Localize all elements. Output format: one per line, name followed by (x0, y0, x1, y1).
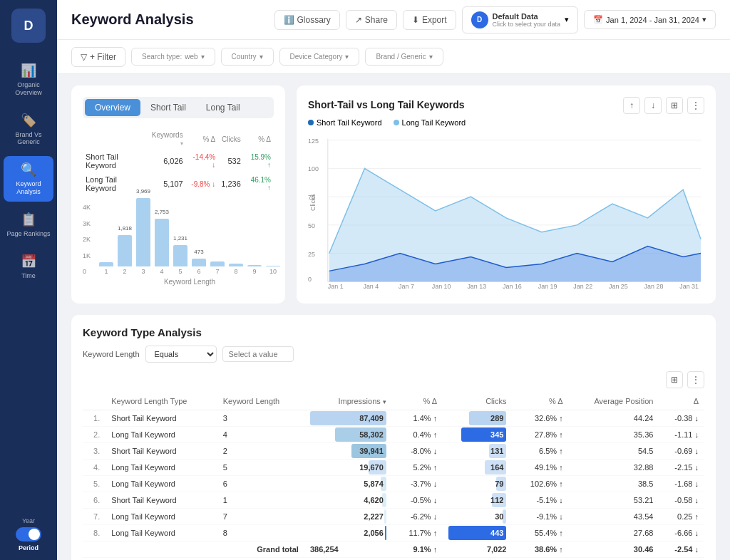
line-chart-panel: Short-Tail vs Long Tail Keywords ↑ ↓ ⊞ ⋮… (297, 85, 716, 304)
share-button[interactable]: ↗ Share (346, 10, 397, 30)
data-selector-sub: Click to select your data (493, 21, 561, 28)
filter-value-input[interactable] (222, 346, 294, 362)
row-clicks-delta: -9.1% ↓ (512, 509, 568, 525)
row-imp-delta: 5.2% ↑ (392, 460, 443, 476)
bar-item: 1,8182 (118, 235, 132, 275)
col-clicks: Clicks (443, 393, 512, 410)
main-content: Keyword Analysis ℹ️ Glossary ↗ Share ⬇ E… (57, 0, 730, 560)
tab-short-tail[interactable]: Short Tail (140, 99, 196, 116)
bar-item: 8 (229, 264, 243, 275)
bar-column: 1,818 (118, 235, 132, 266)
kw-col-keywords[interactable]: Keywords ▾ (145, 128, 186, 150)
chart-expand-button[interactable]: ⊞ (666, 97, 683, 114)
col-impressions[interactable]: Impressions ▾ (304, 393, 392, 410)
export-label: Export (422, 15, 447, 25)
svg-text:Jan 13: Jan 13 (467, 283, 486, 289)
row-pos-delta: -2.15 ↓ (659, 460, 704, 476)
analysis-table-row: 5. Long Tail Keyword 6 5,874 -3.7% ↓ 79 … (83, 476, 704, 492)
analysis-table-row: 3. Short Tail Keyword 2 39,941 -8.0% ↓ 1… (83, 443, 704, 460)
table-more-button[interactable]: ⋮ (687, 371, 704, 388)
bar-x-label: 4 (160, 268, 164, 275)
toggle-switch[interactable] (16, 527, 41, 541)
glossary-button[interactable]: ℹ️ Glossary (274, 10, 340, 30)
period-label: Period (19, 544, 38, 551)
row-clicks: 289 (443, 410, 512, 427)
chart-down-button[interactable]: ↓ (644, 97, 662, 114)
add-filter-button[interactable]: ▽ + Filter (71, 47, 125, 67)
row-type: Long Tail Keyword (106, 460, 217, 476)
row-impressions: 87,409 (304, 410, 392, 427)
period-toggle[interactable]: Year Period (16, 517, 41, 551)
bar-value-label: 2,753 (155, 209, 169, 215)
search-type-label: Search type: (142, 53, 182, 61)
bar-column (247, 265, 262, 266)
sidebar-item-organic-overview[interactable]: 📊 Organic Overview (4, 57, 53, 103)
row-clicks-delta: 32.6% ↑ (512, 410, 568, 427)
row-num: 7. (83, 509, 106, 525)
bar-column: 1,231 (173, 245, 187, 266)
row-length: 4 (217, 427, 304, 443)
data-selector[interactable]: D Default Data Click to select your data… (462, 6, 579, 33)
page-rankings-icon: 📋 (21, 212, 36, 227)
keywords-panel: Overview Short Tail Long Tail Keywords ▾… (71, 85, 285, 304)
bar-x-label: 9 (253, 268, 257, 275)
kw-row-label: Short Tail Keyword (83, 150, 145, 172)
country-label: Country (232, 53, 257, 61)
row-avg-pos: 43.54 (569, 509, 659, 525)
chart-title: Short-Tail vs Long Tail Keywords (308, 99, 465, 110)
tab-long-tail[interactable]: Long Tail (196, 99, 250, 116)
device-category-dropdown[interactable]: Device Category ▾ (279, 48, 360, 66)
share-label: Share (365, 15, 388, 25)
chevron-down-icon: ▾ (429, 53, 433, 61)
export-button[interactable]: ⬇ Export (403, 10, 456, 30)
analysis-table-row: 2. Long Tail Keyword 4 58,302 0.4% ↑ 345… (83, 427, 704, 443)
row-clicks-delta: 55.4% ↑ (512, 525, 568, 541)
table-expand-button[interactable]: ⊞ (666, 371, 683, 388)
bar-value-label: 3,969 (136, 188, 150, 195)
tab-overview[interactable]: Overview (85, 99, 140, 116)
row-clicks: 164 (443, 460, 512, 476)
chevron-down-icon: ▾ (259, 53, 263, 61)
bar-item: 3,9693 (136, 198, 150, 275)
calendar-icon: 📅 (593, 15, 603, 24)
date-range-text: Jan 1, 2024 - Jan 31, 2024 (606, 16, 699, 24)
bar-item: 4736 (192, 259, 206, 275)
svg-chart-container: 125 100 75 50 25 0 (308, 133, 704, 292)
row-length: 1 (217, 492, 304, 509)
col-length: Keyword Length (217, 393, 304, 410)
header: Keyword Analysis ℹ️ Glossary ↗ Share ⬇ E… (57, 0, 730, 40)
sidebar-item-brand-vs-generic[interactable]: 🏷️ Brand Vs Generic (4, 107, 53, 152)
sidebar-item-time[interactable]: 📅 Time (4, 248, 53, 286)
filter-operator-select[interactable]: Equals Greater than Less than (145, 346, 217, 363)
analysis-table-row: 7. Long Tail Keyword 7 2,227 -6.2% ↓ 30 … (83, 509, 704, 525)
svg-text:Jan 1: Jan 1 (328, 283, 344, 289)
row-clicks: 112 (443, 492, 512, 509)
data-selector-text: Default Data Click to select your data (493, 12, 561, 28)
sidebar-item-page-rankings[interactable]: 📋 Page Rankings (4, 206, 53, 244)
row-imp-delta: -0.5% ↓ (392, 492, 443, 509)
row-pos-delta: 0.25 ↑ (659, 509, 704, 525)
sidebar-item-keyword-analysis[interactable]: 🔍 Keyword Analysis (4, 156, 53, 202)
export-icon: ⬇ (412, 15, 419, 25)
filter-btn-label: + Filter (90, 52, 116, 62)
chart-up-button[interactable]: ↑ (623, 97, 640, 114)
date-range-selector[interactable]: 📅 Jan 1, 2024 - Jan 31, 2024 ▾ (584, 10, 716, 29)
brand-generic-dropdown[interactable]: Brand / Generic ▾ (365, 48, 443, 66)
country-dropdown[interactable]: Country ▾ (221, 48, 274, 66)
legend-long-tail: Long Tail Keyword (394, 118, 466, 127)
sidebar-label-organic: Organic Overview (6, 81, 51, 97)
search-type-dropdown[interactable]: Search type: web ▾ (131, 48, 215, 66)
analysis-title: Keyword Type Analysis (83, 326, 704, 338)
chart-more-button[interactable]: ⋮ (687, 97, 704, 114)
row-impressions: 58,302 (304, 427, 392, 443)
kw-col-clicks: Clicks (218, 128, 244, 150)
svg-text:Jan 25: Jan 25 (609, 283, 628, 289)
analysis-table-row: 1. Short Tail Keyword 3 87,409 1.4% ↑ 28… (83, 410, 704, 427)
row-length: 6 (217, 476, 304, 492)
legend-label-long: Long Tail Keyword (402, 118, 466, 127)
col-clicks-delta: % Δ (512, 393, 568, 410)
year-label: Year (22, 517, 35, 524)
brand-generic-label: Brand / Generic (376, 53, 426, 61)
chevron-down-icon: ▾ (565, 15, 569, 24)
kw-row-kw-delta: -9.8% ↓ (186, 172, 219, 195)
